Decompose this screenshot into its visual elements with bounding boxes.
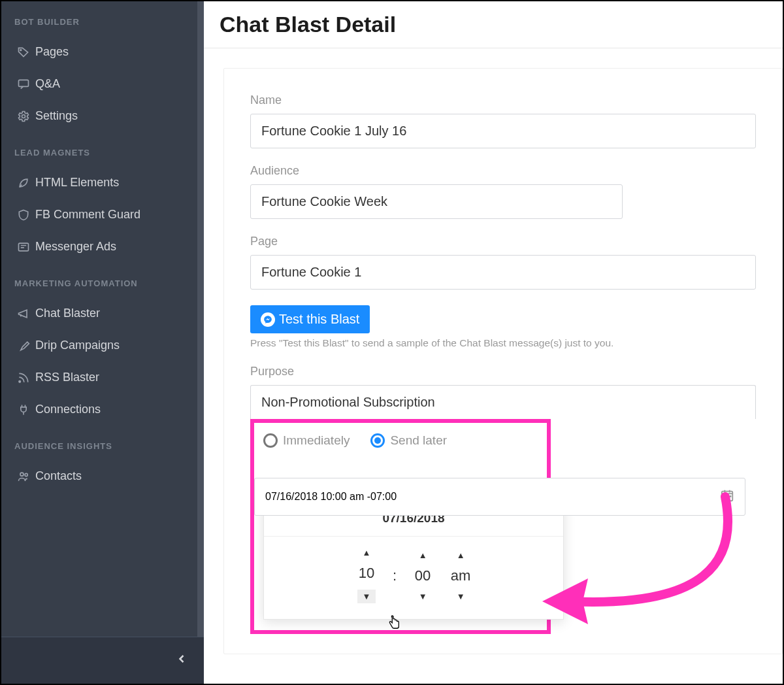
rocket-icon bbox=[17, 176, 35, 190]
purpose-select[interactable]: Non-Promotional Subscription bbox=[250, 385, 756, 419]
svg-point-4 bbox=[19, 380, 21, 382]
time-colon: : bbox=[393, 567, 397, 584]
svg-rect-1 bbox=[19, 80, 29, 86]
sidebar-item-rss-blaster[interactable]: RSS Blaster bbox=[1, 361, 204, 393]
audience-label: Audience bbox=[250, 164, 756, 178]
minute-down[interactable]: ▼ bbox=[419, 592, 427, 601]
page-select[interactable]: Fortune Cookie 1 bbox=[250, 255, 756, 290]
radio-immediately[interactable] bbox=[263, 433, 278, 448]
test-blast-label: Test this Blast bbox=[279, 312, 359, 327]
svg-point-0 bbox=[20, 49, 22, 50]
sidebar-item-contacts[interactable]: Contacts bbox=[1, 460, 204, 492]
chevron-left-icon bbox=[175, 652, 188, 669]
svg-point-2 bbox=[22, 114, 25, 118]
sidebar-item-label: Connections bbox=[35, 403, 101, 416]
sidebar-item-label: Pages bbox=[35, 45, 69, 59]
people-icon bbox=[17, 470, 35, 483]
page-title: Chat Blast Detail bbox=[204, 1, 783, 48]
radio-immediately-label: Immediately bbox=[283, 433, 350, 448]
section-header-audience-insights: AUDIENCE INSIGHTS bbox=[1, 426, 204, 460]
main-content: Chat Blast Detail Name Fortune Cookie 1 … bbox=[204, 1, 783, 684]
sidebar-item-label: Settings bbox=[35, 109, 78, 123]
ampm-down[interactable]: ▼ bbox=[457, 592, 465, 601]
svg-point-5 bbox=[20, 473, 24, 476]
sidebar-item-messenger-ads[interactable]: Messenger Ads bbox=[1, 231, 204, 263]
sidebar-item-label: RSS Blaster bbox=[35, 371, 99, 384]
sidebar-item-connections[interactable]: Connections bbox=[1, 393, 204, 426]
ampm-up[interactable]: ▲ bbox=[457, 551, 465, 560]
sidebar-item-html-elements[interactable]: HTML Elements bbox=[1, 167, 204, 199]
audience-select[interactable]: Fortune Cookie Week bbox=[250, 184, 623, 219]
svg-point-6 bbox=[25, 473, 27, 476]
datetime-value: 07/16/2018 10:00 am -07:00 bbox=[265, 491, 397, 503]
hour-down[interactable]: ▼ bbox=[357, 590, 376, 603]
datetime-input[interactable]: 07/16/2018 10:00 am -07:00 bbox=[254, 478, 745, 516]
sidebar-item-chat-blaster[interactable]: Chat Blaster bbox=[1, 297, 204, 329]
section-header-lead-magnets: LEAD MAGNETS bbox=[1, 132, 204, 167]
sidebar-item-label: HTML Elements bbox=[35, 176, 119, 190]
hour-up[interactable]: ▲ bbox=[363, 548, 371, 557]
test-help-text: Press "Test this Blast" to send a sample… bbox=[250, 337, 756, 349]
megaphone-icon bbox=[17, 307, 35, 320]
sidebar-scrollbar[interactable] bbox=[197, 1, 204, 684]
dropper-icon bbox=[17, 339, 35, 352]
chat-icon bbox=[17, 78, 35, 91]
hour-value: 10 bbox=[355, 565, 378, 582]
section-header-marketing-automation: MARKETING AUTOMATION bbox=[1, 263, 204, 297]
minute-up[interactable]: ▲ bbox=[419, 551, 427, 560]
rss-icon bbox=[17, 371, 35, 384]
minute-value: 00 bbox=[411, 567, 434, 584]
sidebar-collapse[interactable] bbox=[1, 637, 204, 684]
page-label: Page bbox=[250, 235, 756, 248]
sidebar-item-label: Chat Blaster bbox=[35, 307, 100, 320]
name-input[interactable]: Fortune Cookie 1 July 16 bbox=[250, 114, 756, 148]
gear-icon bbox=[17, 110, 35, 123]
calendar-icon[interactable] bbox=[720, 488, 734, 505]
sidebar-item-fb-comment-guard[interactable]: FB Comment Guard bbox=[1, 199, 204, 231]
section-header-bot-builder: BOT BUILDER bbox=[1, 1, 204, 36]
radio-send-later-label: Send later bbox=[390, 433, 447, 448]
svg-rect-10 bbox=[730, 495, 732, 497]
sidebar-item-settings[interactable]: Settings bbox=[1, 100, 204, 132]
svg-rect-8 bbox=[724, 495, 726, 497]
plug-icon bbox=[17, 403, 35, 416]
sidebar-item-label: Q&A bbox=[35, 77, 60, 91]
ampm-value: am bbox=[449, 567, 472, 584]
svg-rect-9 bbox=[727, 495, 728, 497]
sidebar-item-label: Contacts bbox=[35, 469, 82, 483]
name-label: Name bbox=[250, 93, 756, 107]
test-blast-button[interactable]: Test this Blast bbox=[250, 305, 370, 333]
sidebar-item-pages[interactable]: Pages bbox=[1, 36, 204, 68]
tag-icon bbox=[17, 46, 35, 59]
datetime-picker: 07/16/2018 ▲ 10 ▼ : ▲ 00 bbox=[263, 500, 564, 620]
news-icon bbox=[17, 241, 35, 254]
radio-send-later[interactable] bbox=[370, 433, 385, 448]
sidebar: BOT BUILDER Pages Q&A Settings LEAD MAGN… bbox=[1, 1, 204, 684]
sidebar-item-label: FB Comment Guard bbox=[35, 208, 140, 222]
form-card: Name Fortune Cookie 1 July 16 Audience F… bbox=[223, 68, 783, 654]
messenger-icon bbox=[261, 312, 275, 327]
sidebar-item-label: Messenger Ads bbox=[35, 240, 116, 254]
sidebar-item-label: Drip Campaigns bbox=[35, 339, 120, 352]
sidebar-item-drip-campaigns[interactable]: Drip Campaigns bbox=[1, 329, 204, 361]
schedule-panel: Immediately Send later 07/16/2018 10:00 … bbox=[250, 419, 551, 634]
shield-icon bbox=[17, 209, 35, 222]
purpose-label: Purpose bbox=[250, 365, 756, 378]
sidebar-item-qa[interactable]: Q&A bbox=[1, 68, 204, 100]
